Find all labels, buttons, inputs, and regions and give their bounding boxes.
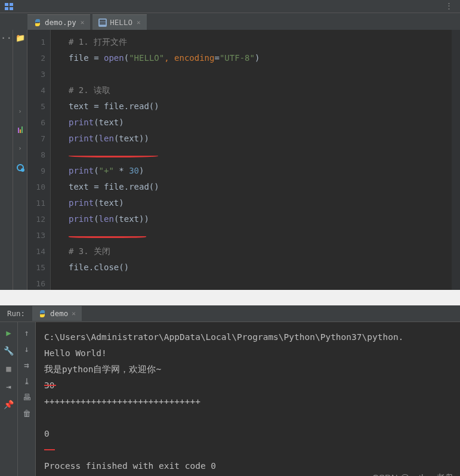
console-line — [44, 442, 452, 458]
svg-rect-0 — [5, 3, 8, 6]
editor-tabs: demo.py ✕ HELLO ✕ — [0, 13, 460, 30]
folder-icon[interactable]: 📁 — [16, 33, 25, 42]
print-icon[interactable]: 🖶 — [23, 392, 31, 402]
run-label: Run: — [0, 309, 32, 318]
structure-icon[interactable] — [18, 126, 23, 133]
wrench-icon[interactable]: 🔧 — [4, 346, 14, 356]
annotation-underline — [69, 154, 158, 157]
python-icon — [33, 18, 42, 27]
editor-area: .. 📁 › › 123 456 789 101112 131415 16 # … — [0, 30, 460, 290]
console-line: 我是python自学网，欢迎你~ — [44, 361, 452, 378]
up-icon[interactable]: ↑ — [24, 328, 29, 338]
tab-demo-py[interactable]: demo.py ✕ — [27, 14, 90, 30]
close-icon[interactable]: ✕ — [137, 18, 141, 26]
run-panel-body: ▶ 🔧 ■ ⇥ 📌 ↑ ↓ ⇉ ⤓ 🖶 🗑 C:\Users\Administr… — [0, 322, 460, 476]
top-toolbar: ⋮ — [0, 0, 460, 13]
panel-divider[interactable] — [0, 290, 460, 305]
console-line — [44, 410, 452, 426]
trash-icon[interactable]: 🗑 — [23, 409, 31, 418]
close-icon[interactable]: ✕ — [81, 18, 85, 26]
annotation-underline — [69, 234, 146, 238]
scroll-end-icon[interactable]: ⤓ — [23, 376, 30, 386]
console-line: 30 — [44, 378, 452, 394]
rerun-icon[interactable]: ▶ — [6, 328, 11, 338]
tab-label: demo.py — [45, 18, 76, 27]
expand-icon[interactable]: › — [18, 108, 21, 115]
line-gutter: 123 456 789 101112 131415 16 — [27, 30, 50, 290]
annotation-underline — [44, 449, 55, 450]
annotation-underline — [44, 385, 56, 386]
soft-wrap-icon[interactable]: ⇉ — [24, 360, 29, 370]
python-icon — [38, 310, 47, 318]
code-editor[interactable]: # 1. 打开文件 file = open("HELLO", encoding=… — [50, 30, 452, 290]
left-rail: .. — [0, 30, 13, 290]
tab-label: HELLO — [110, 18, 132, 27]
stop-icon[interactable]: ■ — [6, 364, 11, 373]
project-rail: 📁 › › — [13, 30, 27, 290]
down-icon[interactable]: ↓ — [24, 344, 29, 354]
breadcrumb-dots[interactable]: .. — [1, 33, 12, 38]
close-icon[interactable]: ✕ — [72, 310, 76, 317]
console-line: ++++++++++++++++++++++++++++++ — [44, 394, 452, 410]
tab-hello[interactable]: HELLO ✕ — [92, 14, 146, 30]
window-icon — [5, 3, 13, 10]
overflow-icon[interactable]: ⋮ — [445, 1, 453, 10]
watermark: CSDN @python老鸟 — [372, 469, 454, 476]
bookmark-icon[interactable]: › — [18, 145, 21, 152]
services-icon[interactable] — [16, 163, 24, 172]
console-line: C:\Users\Administrator\AppData\Local\Pro… — [44, 329, 452, 345]
pin-icon[interactable]: 📌 — [4, 400, 14, 409]
run-toolbar-console: ↑ ↓ ⇉ ⤓ 🖶 🗑 — [18, 322, 36, 476]
svg-rect-2 — [5, 7, 8, 10]
console-output[interactable]: C:\Users\Administrator\AppData\Local\Pro… — [36, 322, 460, 476]
console-line: 0 — [44, 426, 452, 442]
text-file-icon — [98, 18, 107, 27]
svg-rect-1 — [10, 3, 13, 6]
run-tab-label: demo — [50, 309, 68, 318]
run-panel-header: Run: demo ✕ — [0, 305, 460, 322]
svg-rect-3 — [10, 7, 13, 10]
marker-strip — [452, 30, 460, 290]
run-tab-demo[interactable]: demo ✕ — [32, 306, 82, 321]
console-line: Hello World! — [44, 345, 452, 361]
layout-icon[interactable]: ⇥ — [6, 382, 11, 391]
run-toolbar-left: ▶ 🔧 ■ ⇥ 📌 — [0, 322, 18, 476]
svg-point-5 — [21, 168, 24, 172]
